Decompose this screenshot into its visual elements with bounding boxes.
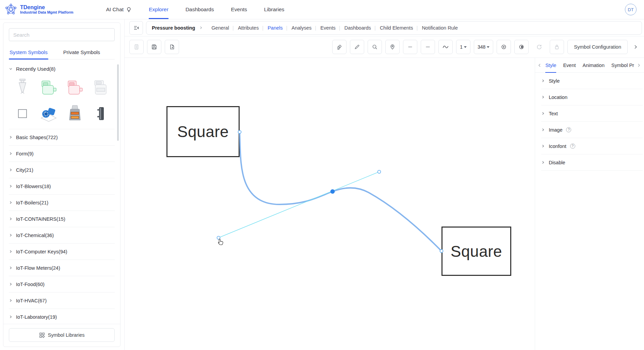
line-width-dropdown[interactable]: 1 [456,40,470,54]
inspector-tab-symbol-pr[interactable]: Symbol Pr [608,58,637,72]
angle-dropdown[interactable]: 348 [474,40,493,54]
tab-dashboards[interactable]: Dashboards [340,25,375,31]
chevron-right-icon [9,282,13,286]
symbol-blower-blue[interactable] [36,103,62,124]
breadcrumb-title[interactable]: Pressure boosting [152,25,195,31]
tab-child-elements[interactable]: Child Elements [375,25,418,31]
section-text[interactable]: Text [541,105,643,122]
tdengine-logo-icon [5,3,17,16]
pencil-button[interactable] [350,40,364,54]
inspector-tab-style[interactable]: Style [542,58,560,72]
tab-panels[interactable]: Panels [263,25,287,31]
symbol-tank[interactable] [88,103,114,124]
category-iot-chemical[interactable]: IoT-Chemical(36) [9,227,115,243]
symbol-machine-light[interactable] [88,77,114,98]
connector-overlay [125,58,535,350]
section-iconfont[interactable]: Iconfont [541,138,643,154]
collapse-sidebar-button[interactable] [129,21,143,35]
bezier-connector[interactable] [240,132,441,251]
category-iot-hvac[interactable]: IoT-HVAC(67) [9,292,115,309]
symbol-libraries-button[interactable]: Symbol Libraries [9,328,115,342]
nav-explorer[interactable]: Explorer [149,0,168,19]
category-form[interactable]: Form(9) [9,145,115,162]
handle-grip-left[interactable] [217,236,220,239]
tab-events[interactable]: Events [316,25,340,31]
category-iot-containers[interactable]: IoT-CONTAINERS(15) [9,211,115,227]
brand-name: TDengine [20,4,73,11]
zoom-button[interactable] [368,40,382,54]
tab-private-symbols[interactable]: Private Symbols [63,46,101,59]
brand[interactable]: TDengine Industrial Data Mgmt Platform [5,0,73,19]
tabs-scroll-left-icon[interactable] [537,63,542,67]
curve-tool-button[interactable] [438,40,453,54]
breadcrumb: Pressure boosting General Attributes Pan… [146,21,642,35]
start-point-style-button[interactable] [497,40,511,54]
tab-attributes[interactable]: Attributes [234,25,263,31]
category-city[interactable]: City(21) [9,162,115,178]
lock-button[interactable] [550,40,564,54]
section-disable[interactable]: Disable [541,154,643,171]
chevron-right-icon [541,144,545,148]
inspector-tab-animation[interactable]: Animation [579,58,608,72]
drawing-canvas[interactable]: Square Square [125,58,535,350]
line-icon [407,44,413,50]
save-button[interactable] [147,40,161,54]
library-grid-icon [39,332,45,338]
category-iot-blowers[interactable]: IoT-Blowers(18) [9,178,115,194]
symbol-furnace[interactable] [62,103,88,124]
toolbar-overflow-chevron[interactable] [631,40,640,54]
pen-tool-button[interactable] [332,40,347,54]
polyline-tool-button[interactable] [421,40,435,54]
tabs-scroll-right-icon[interactable] [637,63,641,67]
category-iot-computer-keys[interactable]: IoT-Computer Keys(94) [9,243,115,260]
symbol-funnel-separator[interactable] [10,77,36,98]
line-tool-button[interactable] [403,40,417,54]
file-x-icon [169,44,175,50]
search-input[interactable] [9,28,115,41]
nav-events[interactable]: Events [231,0,247,19]
nav-dashboards[interactable]: Dashboards [186,0,214,19]
nav-libraries[interactable]: Libraries [264,0,284,19]
section-style[interactable]: Style [541,73,643,89]
chevron-right-icon [9,135,13,139]
document-button[interactable] [129,40,144,54]
curve-control-point[interactable] [331,189,335,194]
symbol-configuration-button[interactable]: Symbol Configuration [567,40,628,54]
chevron-right-icon [9,152,13,155]
chevron-right-icon [9,315,13,319]
shape-label: Square [177,122,229,141]
tab-notification-rule[interactable]: Notification Rule [417,25,462,31]
detail-tabs: General Attributes Panels Analyses Event… [207,25,462,31]
category-iot-laboratory[interactable]: IoT-Laboratory(19) [9,309,115,324]
help-icon[interactable] [570,144,575,149]
symbol-square[interactable] [10,103,36,124]
clear-file-button[interactable] [165,40,179,54]
lightbulb-icon [126,7,132,13]
chevron-right-icon [541,95,545,99]
section-location[interactable]: Location [541,89,643,105]
handle-grip-right[interactable] [378,170,381,173]
end-point-style-button[interactable] [514,40,529,54]
symbol-list[interactable]: Recently Used(8) [3,60,120,324]
anchor-point-button[interactable] [385,40,400,54]
user-avatar[interactable]: DT [625,4,637,15]
sidebar-scrollbar[interactable] [117,64,119,141]
refresh-button[interactable] [532,40,546,54]
square-shape-2[interactable]: Square [441,227,511,276]
category-iot-boilers[interactable]: IoT-Boilers(21) [9,194,115,211]
category-iot-food[interactable]: IoT-Food(60) [9,276,115,292]
category-basic-shapes[interactable]: Basic Shapes(722) [9,129,115,145]
tab-analyses[interactable]: Analyses [287,25,316,31]
square-shape-1[interactable]: Square [166,106,240,157]
section-image[interactable]: Image [541,122,643,138]
tab-system-symbols[interactable]: System Symbols [9,46,48,59]
inspector-tab-event[interactable]: Event [560,58,579,72]
group-recently-used[interactable]: Recently Used(8) [9,61,115,77]
category-iot-flow-meters[interactable]: IoT-Flow Meters(24) [9,260,115,276]
symbol-motor-red[interactable] [62,77,88,98]
tab-general[interactable]: General [207,25,234,31]
help-icon[interactable] [566,127,571,132]
nav-ai-chat[interactable]: AI Chat [106,0,132,19]
symbol-motor-green[interactable] [36,77,62,98]
location-pin-icon [389,44,396,50]
